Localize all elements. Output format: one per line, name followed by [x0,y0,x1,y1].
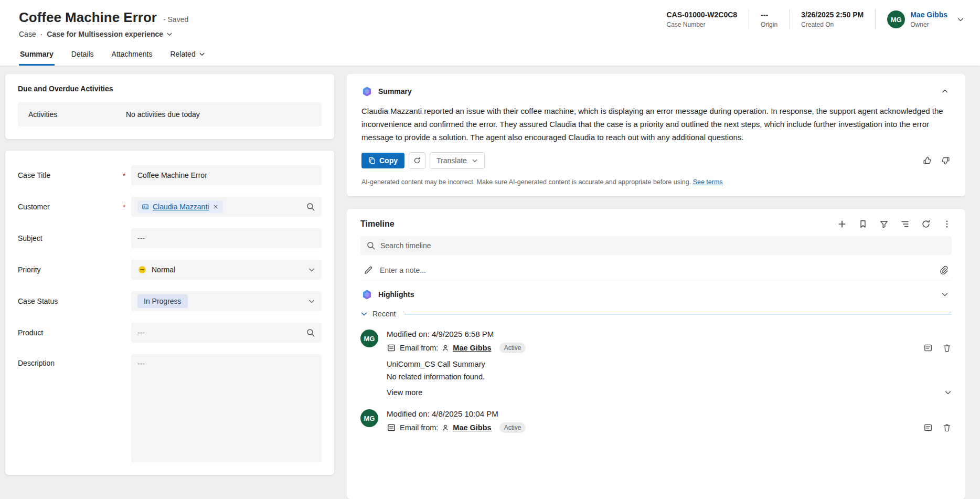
field-customer: Customer * Claudia Mazzanti [18,197,322,217]
recent-label: Recent [372,310,396,318]
copy-icon [368,157,376,164]
field-case-status: Case Status In Progress [18,291,322,311]
tab-summary[interactable]: Summary [19,46,55,66]
note-input[interactable] [380,266,932,274]
entry-body-line: No related information found. [387,371,952,382]
highlights-section-header[interactable]: Highlights [360,286,952,302]
entity-label: Case [19,30,36,38]
regenerate-button[interactable] [409,152,425,169]
entry-body-line: UniComm_CS Call Summary [387,359,952,369]
tab-attachments[interactable]: Attachments [111,46,154,66]
case-status-dropdown[interactable]: In Progress [131,291,322,311]
timeline-search[interactable] [360,236,952,255]
created-on-label: Created On [801,21,864,28]
tab-bar: Summary Details Attachments Related [19,46,964,66]
see-terms-link[interactable]: See terms [693,178,723,186]
origin-stat: --- Origin [749,9,789,29]
timeline-entry: MG Modified on: 4/8/2025 10:04 PM Email … [360,405,952,441]
delete-icon[interactable] [942,343,952,353]
translate-button[interactable]: Translate [430,152,485,169]
entry-modified-on: Modified on: 4/9/2025 6:58 PM [387,330,952,338]
owner-name-link[interactable]: Mae Gibbs [910,10,947,19]
breadcrumb-separator: · [40,30,43,38]
case-status-pill: In Progress [137,294,188,308]
main-content: Due and Overdue Activities Activities No… [0,66,980,499]
activities-label: Activities [28,110,126,119]
expand-records-icon[interactable] [900,219,910,229]
entry-modified-on: Modified on: 4/8/2025 10:04 PM [387,409,952,418]
status-badge: Active [499,343,526,353]
form-selector[interactable]: Case for Multisession experience [47,30,173,38]
case-title-input[interactable]: Coffee Machine Error [131,165,322,185]
priority-normal-icon [137,265,147,274]
left-column: Due and Overdue Activities Activities No… [5,74,334,499]
chevron-down-icon [166,31,173,37]
activities-value: No activities due today [126,110,200,119]
entry-avatar: MG [360,409,378,427]
product-lookup[interactable]: --- [131,323,322,343]
product-value: --- [137,328,145,337]
subject-input[interactable]: --- [131,228,322,248]
priority-label: Priority [18,266,123,274]
case-page: Coffee Machine Error - Saved Case · Case… [0,0,980,499]
copy-button[interactable]: Copy [361,153,404,168]
thumbs-up-icon[interactable] [922,156,932,165]
chevron-down-icon [199,51,205,57]
description-value: --- [137,359,145,368]
case-number-stat: CAS-01000-W2C0C8 Case Number [655,9,749,29]
timeline-entries: MG Modified on: 4/9/2025 6:58 PM Email f… [360,325,952,489]
entry-sender-link[interactable]: Mae Gibbs [453,423,491,432]
case-number-label: Case Number [666,21,737,28]
required-asterisk: * [123,203,131,211]
entry-sender-link[interactable]: Mae Gibbs [453,344,491,352]
delete-icon[interactable] [942,423,952,432]
search-icon[interactable] [306,328,315,337]
case-title-label: Case Title [18,171,123,179]
product-label: Product [18,328,123,337]
page-header: Coffee Machine Error - Saved Case · Case… [0,0,980,66]
recent-divider [404,314,952,314]
tab-related[interactable]: Related [169,46,206,66]
open-record-icon[interactable] [923,423,933,432]
thumbs-down-icon[interactable] [941,156,951,165]
bookmark-icon[interactable] [858,219,868,229]
collapse-summary-icon[interactable] [939,86,951,97]
owner-stat[interactable]: MG Mae Gibbs Owner [876,9,955,29]
chevron-down-icon[interactable] [308,298,315,305]
customer-pill: Claudia Mazzanti [137,200,223,213]
refresh-icon[interactable] [921,219,931,229]
chevron-down-icon[interactable] [360,310,368,317]
header-expand-chevron[interactable] [955,14,966,25]
activities-row[interactable]: Activities No activities due today [18,102,322,126]
chevron-down-icon[interactable] [939,289,951,300]
saved-status: - Saved [163,15,188,24]
open-record-icon[interactable] [923,343,933,353]
tab-details[interactable]: Details [70,46,95,66]
filter-icon[interactable] [879,219,889,229]
note-composer[interactable] [360,259,952,281]
breadcrumb: Case · Case for Multisession experience [19,30,964,38]
recent-group-header[interactable]: Recent [360,310,952,318]
remove-customer-icon[interactable] [212,204,219,210]
subject-value: --- [137,234,145,242]
copilot-icon [361,289,372,300]
search-icon[interactable] [306,202,315,211]
more-options-icon[interactable] [942,219,952,229]
view-more-link[interactable]: View more [387,388,422,397]
add-record-icon[interactable] [837,219,847,229]
description-input[interactable]: --- [131,354,322,462]
field-priority: Priority Normal [18,260,322,280]
customer-link[interactable]: Claudia Mazzanti [153,203,209,211]
pencil-icon [364,266,373,275]
copilot-icon [361,86,372,97]
paperclip-icon[interactable] [939,266,949,275]
customer-lookup[interactable]: Claudia Mazzanti [131,197,322,217]
timeline-search-input[interactable] [380,241,946,250]
field-description: Description --- [18,354,322,462]
case-status-label: Case Status [18,297,123,305]
chevron-down-icon[interactable] [308,266,315,273]
copilot-summary-card: Summary Claudia Mazzanti reported an iss… [347,74,965,196]
chevron-down-icon[interactable] [944,389,952,396]
timeline-entry: MG Modified on: 4/9/2025 6:58 PM Email f… [360,325,952,405]
priority-dropdown[interactable]: Normal [131,260,322,280]
